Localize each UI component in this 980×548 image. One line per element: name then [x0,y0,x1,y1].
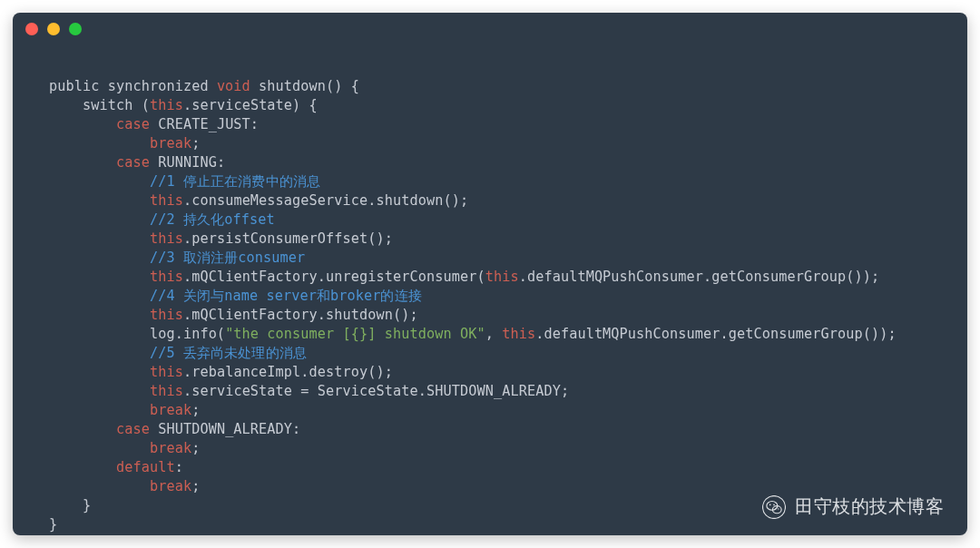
code-token [49,116,116,132]
code-token: SHUTDOWN_ALREADY: [150,421,300,437]
code-token: break [150,402,191,418]
code-token [49,402,150,418]
code-token: //2 持久化offset [150,211,275,228]
code-token: RUNNING: [150,154,225,171]
code-token: break [150,440,191,456]
code-token: ; [191,135,200,152]
code-token: "the consumer [{}] shutdown OK" [225,326,485,342]
code-token [49,97,83,113]
code-token: this [150,97,183,113]
code-token: .rebalanceImpl.destroy(); [183,364,393,380]
code-token [49,307,150,323]
zoom-icon[interactable] [69,23,82,35]
code-token: log.info( [49,326,225,342]
code-token [49,135,150,152]
code-token: void [217,78,250,94]
code-token: this [150,269,183,285]
code-token: //4 关闭与name server和broker的连接 [150,288,422,304]
code-token [49,364,150,380]
code-token: default [116,459,175,475]
code-token [49,288,150,304]
code-token: .consumeMessageService.shutdown(); [183,192,468,209]
code-token: this [150,230,183,247]
code-token: this [150,192,183,209]
code-token: break [150,478,191,494]
code-token [49,230,150,247]
code-token: .defaultMQPushConsumer.getConsumerGroup(… [535,326,896,342]
code-token: this [150,307,183,323]
code-token: case [116,154,150,171]
code-token: this [150,383,183,399]
code-token [49,459,116,475]
code-token [49,421,116,437]
watermark: 田守枝的技术博客 [762,494,944,519]
code-token: case [116,421,150,437]
code-token: .serviceState) { [183,97,318,113]
watermark-text: 田守枝的技术博客 [795,494,944,519]
code-token: , [485,326,503,342]
code-token: .persistConsumerOffset(); [183,230,393,247]
code-token: shutdown() { [250,78,359,94]
code-token: public synchronized [49,78,217,94]
code-token: } [49,497,91,514]
code-window: public synchronized void shutdown() { sw… [13,13,967,535]
code-token: } [49,516,57,533]
code-token [49,173,150,190]
code-token [49,211,150,228]
code-token: ( [132,97,150,113]
code-token: CREATE_JUST: [150,116,259,132]
code-token [49,478,150,494]
code-token: : [175,459,183,475]
minimize-icon[interactable] [47,23,60,35]
close-icon[interactable] [25,23,38,35]
code-token: case [116,116,150,132]
code-token: ; [191,440,200,456]
svg-point-4 [773,504,775,505]
code-token [49,154,116,171]
code-token: switch [83,97,132,113]
code-token: .defaultMQPushConsumer.getConsumerGroup(… [519,269,879,285]
svg-point-5 [775,508,776,509]
code-token: //1 停止正在消费中的消息 [150,173,320,190]
code-token [49,269,150,285]
titlebar [13,13,967,45]
wechat-icon [762,495,786,519]
code-block: public synchronized void shutdown() { sw… [49,77,951,534]
code-token [49,383,150,399]
code-token: ; [191,478,200,494]
code-token [49,345,150,361]
svg-point-6 [778,508,779,509]
code-token: break [150,135,191,152]
code-token: .serviceState = ServiceState.SHUTDOWN_AL… [183,383,569,399]
code-token: .mQClientFactory.shutdown(); [183,307,418,323]
code-token [49,192,150,209]
code-token: //3 取消注册consumer [150,250,305,266]
code-token [49,440,150,456]
code-token: this [502,326,535,342]
code-token: this [150,364,183,380]
code-token [49,250,150,266]
code-token: //5 丢弃尚未处理的消息 [150,345,307,361]
svg-point-3 [769,504,771,505]
code-token: ; [191,402,200,418]
code-token: .mQClientFactory.unregisterConsumer( [183,269,485,285]
code-token: this [485,269,519,285]
